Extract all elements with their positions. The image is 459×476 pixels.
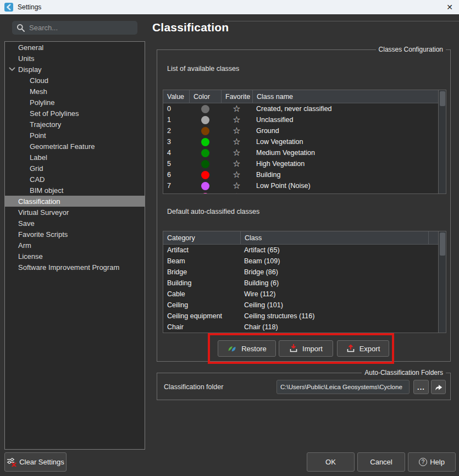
- class-value-cell: 3: [163, 136, 189, 147]
- color-swatch[interactable]: [201, 160, 209, 168]
- sidebar-item-label: CAD: [30, 175, 45, 184]
- table-row[interactable]: 7☆Low Point (Noise): [163, 180, 446, 191]
- help-button[interactable]: ? Help: [408, 452, 456, 472]
- restore-label: Restore: [241, 345, 267, 353]
- sidebar-item-set-of-polylines[interactable]: Set of Polylines: [5, 108, 145, 119]
- class-value-cell: 6: [163, 169, 189, 180]
- auto-table-scrollbar[interactable]: [438, 231, 446, 333]
- table-row[interactable]: ArtifactArtifact (65): [163, 245, 446, 256]
- scrollbar-thumb[interactable]: [440, 233, 445, 256]
- sidebar-item-point[interactable]: Point: [5, 130, 145, 141]
- sidebar-item-bim-object[interactable]: BIM object: [5, 185, 145, 196]
- table-row[interactable]: 0☆Created, never classified: [163, 103, 446, 114]
- ok-button[interactable]: OK: [307, 452, 355, 472]
- header-separator: [224, 21, 459, 21]
- classes-table-header: Value Color Favorite Class name: [163, 90, 446, 103]
- color-swatch[interactable]: [201, 171, 209, 179]
- favorite-star-icon[interactable]: ☆: [233, 137, 240, 146]
- favorite-star-icon[interactable]: ☆: [233, 115, 240, 124]
- table-row[interactable]: Ceiling equipmentCeiling structures (116…: [163, 311, 446, 322]
- sidebar-item-cad[interactable]: CAD: [5, 174, 145, 185]
- color-swatch[interactable]: [201, 127, 209, 135]
- table-row[interactable]: BuildingBuilding (6): [163, 278, 446, 289]
- search-icon: [16, 24, 25, 32]
- sidebar-item-grid[interactable]: Grid: [5, 163, 145, 174]
- sidebar-item-label: Arm: [18, 241, 31, 250]
- table-row[interactable]: 5☆High Vegetation: [163, 158, 446, 169]
- favorite-star-icon[interactable]: ☆: [233, 192, 240, 194]
- favorite-star-icon[interactable]: ☆: [233, 170, 240, 179]
- open-folder-button[interactable]: [431, 380, 446, 394]
- scrollbar-thumb[interactable]: [440, 91, 445, 106]
- class-color-cell: [189, 180, 221, 191]
- search-box[interactable]: [12, 21, 137, 35]
- table-row[interactable]: 2☆Ground: [163, 125, 446, 136]
- col-class-name: Class name: [252, 90, 439, 103]
- browse-button[interactable]: ...: [413, 380, 429, 394]
- category-cell: Cable: [163, 289, 240, 300]
- sidebar-item-label[interactable]: Label: [5, 152, 145, 163]
- sidebar-item-save[interactable]: Save: [5, 218, 145, 229]
- sidebar-item-general[interactable]: General: [5, 42, 145, 53]
- favorite-star-icon[interactable]: ☆: [233, 126, 240, 135]
- sidebar-item-label: BIM object: [30, 186, 63, 195]
- folders-group-title: Auto-Classification Folders: [362, 369, 446, 377]
- close-icon[interactable]: ✕: [443, 0, 457, 14]
- auto-table-header: Category Class: [163, 231, 446, 245]
- sidebar-item-classification[interactable]: Classification: [5, 196, 145, 207]
- table-row[interactable]: CeilingCeiling (101): [163, 300, 446, 311]
- sidebar-item-label: Save: [18, 219, 35, 228]
- sidebar-item-units[interactable]: Units: [5, 53, 145, 64]
- table-row[interactable]: ChairChair (118): [163, 322, 446, 333]
- classification-folder-input[interactable]: C:\Users\Public\Leica Geosystems\Cyclone: [276, 380, 410, 394]
- sidebar-item-virtual-surveyor[interactable]: Virtual Surveyor: [5, 207, 145, 218]
- sidebar-item-software-improvement-program[interactable]: Software Improvement Program: [5, 262, 145, 273]
- color-swatch[interactable]: [201, 149, 209, 157]
- color-swatch[interactable]: [201, 182, 209, 190]
- table-row[interactable]: 3☆Low Vegetation: [163, 136, 446, 147]
- table-row[interactable]: 4☆Medium Vegetation: [163, 147, 446, 158]
- sidebar-item-favorite-scripts[interactable]: Favorite Scripts: [5, 229, 145, 240]
- search-input[interactable]: [29, 24, 123, 32]
- restore-button[interactable]: Restore: [218, 340, 276, 357]
- sidebar-item-polyline[interactable]: Polyline: [5, 97, 145, 108]
- sidebar-item-geometrical-feature[interactable]: Geometrical Feature: [5, 141, 145, 152]
- favorite-star-icon[interactable]: ☆: [233, 159, 240, 168]
- sidebar-item-display[interactable]: Display: [5, 64, 145, 75]
- class-name-cell: [252, 191, 439, 194]
- sidebar-item-label: Display: [18, 65, 42, 74]
- color-swatch[interactable]: [201, 105, 209, 113]
- sidebar-item-label: Geometrical Feature: [30, 142, 95, 151]
- table-row[interactable]: 6☆Building: [163, 169, 446, 180]
- table-row[interactable]: ☆: [163, 191, 446, 194]
- classes-table-scrollbar[interactable]: [438, 90, 446, 193]
- sidebar-item-arm[interactable]: Arm: [5, 240, 145, 251]
- table-row[interactable]: CableWire (112): [163, 289, 446, 300]
- category-cell: Ceiling: [163, 300, 240, 311]
- export-button[interactable]: Export: [337, 340, 389, 357]
- favorite-star-icon[interactable]: ☆: [233, 104, 240, 113]
- sidebar-item-trajectory[interactable]: Trajectory: [5, 119, 145, 130]
- clear-settings-button[interactable]: Clear Settings: [4, 452, 67, 472]
- sidebar-item-mesh[interactable]: Mesh: [5, 86, 145, 97]
- class-color-cell: [189, 169, 221, 180]
- export-icon: [346, 344, 355, 353]
- sidebar-item-cloud[interactable]: Cloud: [5, 75, 145, 86]
- favorite-star-icon[interactable]: ☆: [233, 181, 240, 190]
- table-row[interactable]: BridgeBridge (86): [163, 267, 446, 278]
- category-cell: Building: [163, 278, 240, 289]
- cancel-button[interactable]: Cancel: [357, 452, 405, 472]
- class-name-cell: Low Vegetation: [252, 136, 439, 147]
- chevron-down-icon[interactable]: [9, 66, 15, 73]
- table-row[interactable]: 1☆Unclassified: [163, 114, 446, 125]
- color-swatch[interactable]: [201, 116, 209, 124]
- col-color: Color: [189, 90, 221, 103]
- table-row[interactable]: BeamBeam (109): [163, 256, 446, 267]
- class-favorite-cell: ☆: [221, 180, 252, 191]
- import-button[interactable]: Import: [279, 340, 333, 357]
- favorite-star-icon[interactable]: ☆: [233, 148, 240, 157]
- sidebar-item-license[interactable]: License: [5, 251, 145, 262]
- color-swatch[interactable]: [201, 193, 209, 195]
- window-title: Settings: [18, 3, 41, 11]
- color-swatch[interactable]: [201, 138, 209, 146]
